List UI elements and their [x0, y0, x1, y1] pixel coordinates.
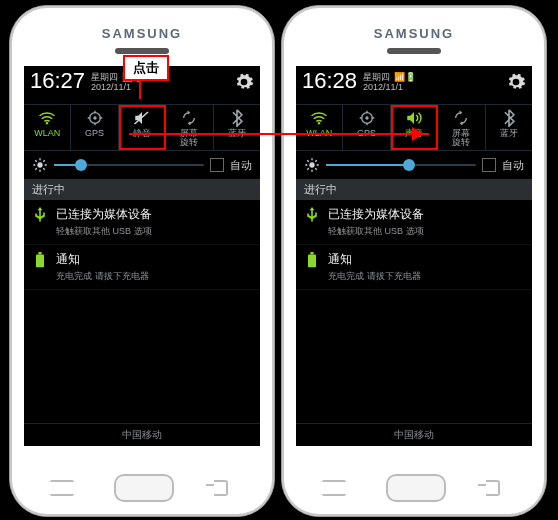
toggle-rotate[interactable]: 屏幕 旋转	[166, 105, 213, 150]
svg-rect-10	[308, 254, 316, 267]
softkey-back[interactable]	[214, 480, 228, 496]
screen-right: 16:28 星期四📶🔋 2012/11/1 WLAN GPS	[296, 66, 532, 446]
home-button[interactable]	[114, 474, 174, 502]
date: 2012/11/1	[91, 82, 131, 92]
settings-button[interactable]	[506, 72, 526, 92]
item-title: 通知	[328, 251, 421, 268]
section-ongoing: 进行中	[296, 179, 532, 200]
arrow-annotation	[129, 133, 429, 135]
toggle-wlan[interactable]: WLAN	[296, 105, 343, 150]
carrier-footer: 中国移动	[24, 423, 260, 446]
usb-icon	[32, 206, 48, 223]
sound-icon	[391, 109, 437, 127]
clock: 16:27	[30, 70, 85, 92]
wifi-icon	[24, 109, 70, 127]
svg-point-2	[93, 116, 96, 119]
svg-rect-4	[36, 254, 44, 267]
item-sub: 充电完成 请拔下充电器	[56, 270, 149, 283]
item-notify[interactable]: 通知 充电完成 请拔下充电器	[296, 245, 532, 290]
weekday: 星期四	[363, 72, 390, 82]
callout-label: 点击	[123, 55, 169, 81]
clock: 16:28	[302, 70, 357, 92]
status-bar: 16:28 星期四📶🔋 2012/11/1	[296, 66, 532, 104]
settings-button[interactable]	[234, 72, 254, 92]
home-button[interactable]	[386, 474, 446, 502]
gps-icon	[343, 109, 389, 127]
speaker	[387, 48, 441, 54]
item-sub: 充电完成 请拔下充电器	[328, 270, 421, 283]
item-notify[interactable]: 通知 充电完成 请拔下充电器	[24, 245, 260, 290]
date-block: 星期四📶🔋 2012/11/1	[363, 70, 416, 92]
item-title: 已连接为媒体设备	[56, 206, 152, 223]
usb-icon	[304, 206, 320, 223]
brand-logo: SAMSUNG	[282, 26, 546, 41]
phone-right: SAMSUNG 16:28 星期四📶🔋 2012/11/1 WLAN	[281, 5, 547, 517]
softkey-back[interactable]	[486, 480, 500, 496]
toggle-gps[interactable]: GPS	[343, 105, 390, 150]
toggle-bluetooth[interactable]: 蓝牙	[214, 105, 260, 150]
weekday: 星期四	[91, 72, 118, 82]
comparison-stage: SAMSUNG 16:27 星期四📶🔋 2012/11/1 WLAN	[0, 0, 558, 520]
brightness-icon	[304, 157, 320, 173]
svg-point-3	[37, 162, 42, 167]
gps-icon	[71, 109, 117, 127]
toggle-bluetooth[interactable]: 蓝牙	[486, 105, 532, 150]
screen-left: 16:27 星期四📶🔋 2012/11/1 WLAN GPS	[24, 66, 260, 446]
brightness-slider[interactable]	[326, 164, 476, 166]
svg-rect-5	[38, 252, 41, 254]
signal-icon: 📶🔋	[394, 72, 416, 82]
mute-icon	[119, 109, 165, 127]
brightness-row: 自动	[296, 151, 532, 179]
section-ongoing: 进行中	[24, 179, 260, 200]
toggle-rotate[interactable]: 屏幕 旋转	[438, 105, 485, 150]
toggle-wlan[interactable]: WLAN	[24, 105, 71, 150]
brightness-icon	[32, 157, 48, 173]
wifi-icon	[296, 109, 342, 127]
brightness-slider[interactable]	[54, 164, 204, 166]
quick-toggles: WLAN GPS 静音 屏幕 旋转 蓝牙	[24, 104, 260, 151]
item-title: 通知	[56, 251, 149, 268]
bluetooth-icon	[214, 109, 260, 127]
item-media[interactable]: 已连接为媒体设备 轻触获取其他 USB 选项	[296, 200, 532, 245]
auto-label: 自动	[502, 158, 524, 173]
phone-left: SAMSUNG 16:27 星期四📶🔋 2012/11/1 WLAN	[9, 5, 275, 517]
svg-point-8	[365, 116, 368, 119]
toggle-mute[interactable]: 静音	[119, 105, 166, 150]
svg-point-9	[309, 162, 314, 167]
softkey-menu[interactable]	[322, 480, 346, 496]
item-media[interactable]: 已连接为媒体设备 轻触获取其他 USB 选项	[24, 200, 260, 245]
svg-point-6	[318, 122, 320, 124]
toggle-gps[interactable]: GPS	[71, 105, 118, 150]
brand-logo: SAMSUNG	[10, 26, 274, 41]
auto-label: 自动	[230, 158, 252, 173]
item-sub: 轻触获取其他 USB 选项	[56, 225, 152, 238]
date: 2012/11/1	[363, 82, 403, 92]
svg-rect-11	[310, 252, 313, 254]
rotate-icon	[438, 109, 484, 127]
svg-point-0	[46, 122, 48, 124]
rotate-icon	[166, 109, 212, 127]
speaker	[115, 48, 169, 54]
auto-checkbox[interactable]	[482, 158, 496, 172]
battery-icon	[304, 251, 320, 268]
carrier-footer: 中国移动	[296, 423, 532, 446]
item-title: 已连接为媒体设备	[328, 206, 424, 223]
battery-icon	[32, 251, 48, 268]
item-sub: 轻触获取其他 USB 选项	[328, 225, 424, 238]
bluetooth-icon	[486, 109, 532, 127]
brightness-row: 自动	[24, 151, 260, 179]
auto-checkbox[interactable]	[210, 158, 224, 172]
softkey-menu[interactable]	[50, 480, 74, 496]
